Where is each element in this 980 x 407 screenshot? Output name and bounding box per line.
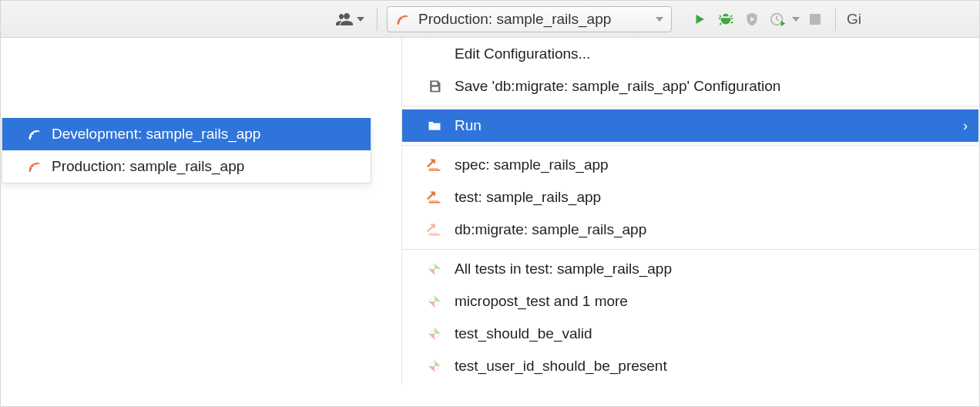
shield-play-icon — [744, 12, 760, 27]
rails-icon — [27, 126, 42, 142]
coverage-button[interactable] — [741, 8, 763, 30]
run-config-label: Production: sample_rails_app — [418, 11, 611, 28]
chevron-down-icon — [656, 17, 663, 22]
toolbar-separator — [835, 8, 836, 31]
menu-item-label: All tests in test: sample_rails_app — [455, 261, 672, 278]
submenu-item-development[interactable]: Development: sample_rails_app — [2, 118, 371, 150]
test-icon — [425, 261, 444, 277]
menu-edit-configurations[interactable]: Edit Configurations... — [402, 38, 978, 70]
menu-item-label: db:migrate: sample_rails_app — [455, 221, 646, 238]
submenu-item-production[interactable]: Production: sample_rails_app — [2, 150, 371, 183]
chevron-right-icon: › — [963, 118, 968, 134]
run-button[interactable] — [689, 8, 710, 30]
test-icon — [425, 358, 444, 374]
rails-icon — [395, 12, 411, 27]
submenu-item-label: Production: sample_rails_app — [52, 158, 244, 175]
menu-item-micropost[interactable]: micropost_test and 1 more — [402, 285, 978, 318]
menu-item-label: test: sample_rails_app — [455, 189, 601, 206]
menu-separator — [402, 249, 978, 250]
menu-run-submenu[interactable]: Run › — [402, 109, 978, 142]
git-label: Gi — [847, 11, 861, 28]
menu-item-label: test_should_be_valid — [455, 325, 592, 342]
bug-icon — [717, 11, 734, 28]
menu-save-configuration[interactable]: Save 'db:migrate: sample_rails_app' Conf… — [402, 70, 978, 103]
menu-item-userid[interactable]: test_user_id_should_be_present — [402, 350, 978, 382]
toolbar: Production: sample_rails_app Gi — [1, 1, 979, 38]
test-icon — [425, 326, 444, 341]
menu-item-label: spec: sample_rails_app — [455, 156, 609, 173]
menu-item-dbmigrate[interactable]: db:migrate: sample_rails_app — [402, 214, 978, 246]
chevron-down-icon — [792, 17, 800, 22]
rake-icon — [425, 157, 444, 173]
collaborators-button[interactable] — [332, 8, 368, 30]
run-config-menu: Edit Configurations... Save 'db:migrate:… — [401, 38, 978, 385]
stop-icon — [810, 14, 821, 25]
menu-separator — [402, 106, 978, 106]
menu-separator — [402, 145, 978, 146]
rails-icon — [27, 159, 42, 174]
menu-item-label: test_user_id_should_be_present — [455, 358, 667, 375]
toolbar-separator — [377, 8, 378, 31]
menu-item-label: Save 'db:migrate: sample_rails_app' Conf… — [455, 78, 780, 95]
rake-icon — [425, 222, 444, 237]
clock-run-icon — [770, 11, 787, 28]
chevron-down-icon — [357, 17, 364, 22]
menu-item-label: micropost_test and 1 more — [455, 293, 628, 310]
save-icon — [425, 79, 444, 94]
folder-icon — [425, 118, 444, 133]
menu-item-label: Run — [455, 117, 482, 134]
menu-item-label: Edit Configurations... — [455, 45, 590, 62]
run-submenu: Development: sample_rails_app Production… — [2, 118, 371, 183]
rake-icon — [425, 190, 444, 205]
run-config-dropdown[interactable]: Production: sample_rails_app — [387, 6, 672, 32]
play-icon — [693, 12, 706, 26]
menu-item-spec[interactable]: spec: sample_rails_app — [402, 149, 978, 181]
menu-item-valid[interactable]: test_should_be_valid — [402, 318, 978, 350]
debug-button[interactable] — [715, 8, 737, 30]
menu-item-test[interactable]: test: sample_rails_app — [402, 181, 978, 214]
test-icon — [425, 294, 444, 309]
profile-button[interactable] — [767, 8, 789, 30]
users-icon — [335, 10, 354, 29]
stop-button[interactable] — [804, 8, 826, 30]
submenu-item-label: Development: sample_rails_app — [52, 126, 260, 143]
menu-item-alltests[interactable]: All tests in test: sample_rails_app — [402, 253, 978, 285]
